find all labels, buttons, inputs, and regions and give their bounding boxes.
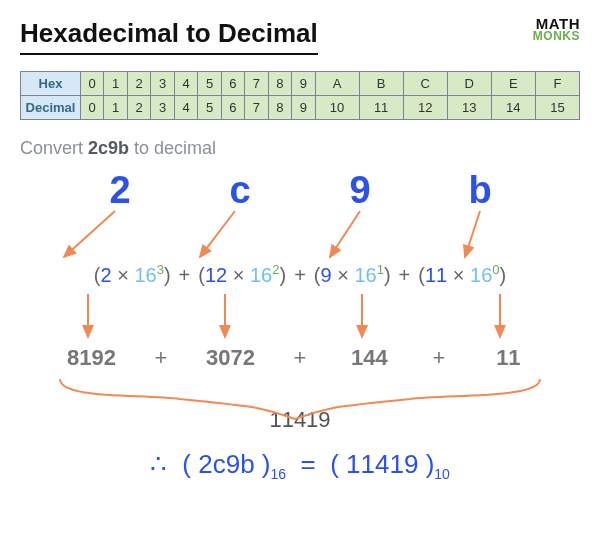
times: ×	[337, 264, 349, 286]
arrow-icon	[200, 211, 235, 257]
hex-cell: 5	[198, 72, 221, 96]
dec-cell: 15	[535, 96, 579, 120]
hex-cell: 4	[174, 72, 197, 96]
dec-row: Decimal 0 1 2 3 4 5 6 7 8 9 10 11 12 13 …	[21, 96, 580, 120]
page-title: Hexadecimal to Decimal	[20, 18, 318, 55]
rhs-value: 11419	[346, 449, 418, 479]
rhs: ( 11419 )10	[330, 449, 450, 479]
dec-cell: 3	[151, 96, 174, 120]
dec-cell: 1	[104, 96, 127, 120]
product: 11	[468, 345, 548, 371]
hex-cell: 7	[245, 72, 268, 96]
times: ×	[233, 264, 245, 286]
dec-cell: 0	[81, 96, 104, 120]
dec-cell: 9	[292, 96, 315, 120]
dec-cell: 5	[198, 96, 221, 120]
base: 16	[134, 264, 156, 286]
therefore-symbol: ∴	[150, 449, 167, 479]
base: 16	[354, 264, 376, 286]
hex-digit: 9	[330, 169, 390, 212]
hex-label: Hex	[21, 72, 81, 96]
hex-cell: D	[447, 72, 491, 96]
plus: +	[294, 345, 307, 371]
dec-cell: 6	[221, 96, 244, 120]
times: ×	[117, 264, 129, 286]
rhs-sub: 10	[434, 466, 450, 482]
dec-label: Decimal	[21, 96, 81, 120]
hex-cell: 6	[221, 72, 244, 96]
prompt-lead: Convert	[20, 138, 88, 158]
sum: 11419	[20, 407, 580, 433]
work-area: 2 c 9 b (2 × 163) + (12 × 162) + (9 × 16…	[20, 169, 580, 519]
hex-cell: B	[359, 72, 403, 96]
logo-bottom: MONKS	[533, 31, 580, 41]
term: (12 × 162)	[198, 262, 286, 287]
exp: 3	[157, 262, 164, 277]
dec-cell: 7	[245, 96, 268, 120]
lhs-sub: 16	[271, 466, 287, 482]
hex-digits-row: 2 c 9 b	[20, 169, 580, 212]
conclusion: ∴ ( 2c9b )16 = ( 11419 )10	[20, 449, 580, 482]
equals: =	[301, 449, 316, 479]
hex-cell: F	[535, 72, 579, 96]
hex-cell: C	[403, 72, 447, 96]
dec-cell: 11	[359, 96, 403, 120]
coef: 12	[205, 264, 227, 286]
term: (9 × 161)	[314, 262, 391, 287]
product: 3072	[190, 345, 270, 371]
coef: 9	[321, 264, 332, 286]
hex-cell: 1	[104, 72, 127, 96]
plus: +	[179, 264, 191, 287]
arrow-icon	[465, 211, 480, 257]
hex-cell: 8	[268, 72, 291, 96]
exp: 0	[492, 262, 499, 277]
plus: +	[155, 345, 168, 371]
hex-cell: 2	[127, 72, 150, 96]
expansion-row: (2 × 163) + (12 × 162) + (9 × 161) + (11…	[20, 262, 580, 287]
conversion-table: Hex 0 1 2 3 4 5 6 7 8 9 A B C D E F Deci…	[20, 71, 580, 120]
lhs: ( 2c9b )16	[182, 449, 286, 479]
term: (2 × 163)	[94, 262, 171, 287]
hex-row: Hex 0 1 2 3 4 5 6 7 8 9 A B C D E F	[21, 72, 580, 96]
dec-cell: 4	[174, 96, 197, 120]
product: 8192	[52, 345, 132, 371]
base: 16	[250, 264, 272, 286]
arrow-icon	[64, 211, 115, 257]
coef: 2	[100, 264, 111, 286]
term: (11 × 160)	[418, 262, 506, 287]
product: 144	[329, 345, 409, 371]
dec-cell: 14	[491, 96, 535, 120]
plus: +	[432, 345, 445, 371]
coef: 11	[425, 264, 447, 286]
prompt-value: 2c9b	[88, 138, 129, 158]
arrow-icon	[330, 211, 360, 257]
exp: 1	[377, 262, 384, 277]
times: ×	[453, 264, 465, 286]
dec-cell: 2	[127, 96, 150, 120]
dec-cell: 8	[268, 96, 291, 120]
hex-digit: b	[450, 169, 510, 212]
hex-cell: 0	[81, 72, 104, 96]
hex-digit: c	[210, 169, 270, 212]
lhs-value: 2c9b	[198, 449, 254, 479]
dec-cell: 13	[447, 96, 491, 120]
dec-cell: 12	[403, 96, 447, 120]
dec-cell: 10	[315, 96, 359, 120]
products-row: 8192 + 3072 + 144 + 11	[20, 345, 580, 371]
hex-cell: 3	[151, 72, 174, 96]
hex-cell: 9	[292, 72, 315, 96]
hex-cell: A	[315, 72, 359, 96]
plus: +	[294, 264, 306, 287]
prompt: Convert 2c9b to decimal	[20, 138, 580, 159]
hex-cell: E	[491, 72, 535, 96]
hex-digit: 2	[90, 169, 150, 212]
logo: MATH MONKS	[533, 18, 580, 41]
prompt-tail: to decimal	[129, 138, 216, 158]
base: 16	[470, 264, 492, 286]
plus: +	[399, 264, 411, 287]
